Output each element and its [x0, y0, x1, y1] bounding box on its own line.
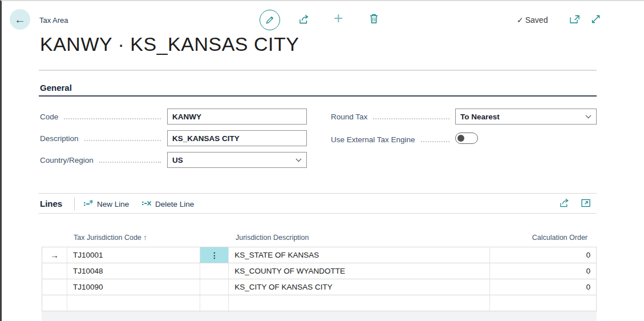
- cell-tax-jurisdiction-code[interactable]: [67, 295, 201, 311]
- cell-tax-jurisdiction-code[interactable]: TJ10048: [67, 263, 201, 279]
- description-label: Description: [40, 134, 79, 143]
- toggle-knob: [457, 135, 464, 142]
- lines-section-heading[interactable]: Lines: [40, 199, 62, 208]
- round-tax-select[interactable]: To Nearest: [455, 109, 597, 125]
- cell-jurisdiction-description[interactable]: KS_STATE OF KANSAS: [229, 247, 490, 263]
- lines-table: → TJ10001 ⋮ KS_STATE OF KANSAS 0 TJ10048…: [42, 247, 597, 311]
- arrow-right-icon: →: [50, 250, 59, 260]
- cell-calculation-order[interactable]: 0: [490, 279, 596, 295]
- description-field-label-row: Description: [40, 130, 163, 146]
- column-header-tax-jurisdiction-code[interactable]: Tax Jurisdiction Code ↑: [74, 234, 147, 242]
- chevron-down-icon: [585, 115, 592, 119]
- country-region-label: Country/Region: [40, 156, 94, 164]
- row-indicator-cell: [42, 263, 67, 279]
- trash-icon: [370, 14, 378, 23]
- column-header-calculation-order[interactable]: Calculation Order: [491, 234, 588, 242]
- row-options-button[interactable]: ⋮: [200, 247, 229, 263]
- general-section-underline: [39, 95, 597, 97]
- general-section-heading[interactable]: General: [40, 83, 72, 93]
- add-button[interactable]: +: [334, 10, 343, 26]
- page-caption: Tax Area: [39, 16, 68, 25]
- saved-indicator: ✓ Saved: [517, 15, 548, 25]
- round-tax-field-label-row: Round Tax: [331, 109, 452, 125]
- cell-jurisdiction-description[interactable]: KS_CITY OF KANSAS CITY: [229, 279, 490, 295]
- use-external-tax-engine-label: Use External Tax Engine: [331, 135, 415, 144]
- new-line-label: New Line: [97, 200, 129, 208]
- row-indicator-cell: [42, 279, 67, 295]
- row-indicator-cell: [42, 295, 67, 311]
- open-in-window-button[interactable]: [570, 15, 580, 23]
- row-options-cell[interactable]: [200, 279, 229, 295]
- cell-tax-jurisdiction-code[interactable]: TJ10090: [67, 279, 201, 295]
- tax-area-page: ← Tax Area + ✓ Saved KANWY · KS_KANSAS C…: [0, 0, 644, 321]
- country-field-label-row: Country/Region: [40, 152, 163, 168]
- saved-label: Saved: [525, 15, 548, 25]
- use-external-tax-engine-toggle[interactable]: [455, 133, 478, 144]
- open-in-window-icon: [570, 15, 580, 23]
- share-icon: [559, 198, 570, 208]
- dotted-leader: [84, 140, 161, 141]
- table-row[interactable]: TJ10090 KS_CITY OF KANSAS CITY 0: [42, 279, 596, 295]
- dotted-leader: [99, 162, 161, 163]
- row-options-cell[interactable]: [200, 263, 229, 279]
- back-arrow-icon: ←: [14, 13, 26, 26]
- code-input[interactable]: KANWY: [167, 109, 307, 125]
- active-row-indicator: →: [42, 247, 67, 263]
- ellipsis-icon: ⋮: [210, 251, 218, 260]
- delete-line-label: Delete Line: [155, 200, 194, 208]
- code-label: Code: [40, 113, 58, 121]
- delete-line-button[interactable]: Delete Line: [141, 198, 194, 210]
- round-tax-label: Round Tax: [331, 113, 367, 121]
- check-icon: ✓: [517, 15, 524, 25]
- dotted-leader: [64, 118, 161, 119]
- share-button[interactable]: [298, 14, 310, 25]
- share-icon: [298, 14, 310, 25]
- lines-toolbar-divider: [74, 198, 75, 210]
- row-options-cell[interactable]: [200, 295, 229, 311]
- page-title: KANWY · KS_KANSAS CITY: [40, 33, 299, 55]
- table-row-empty[interactable]: [42, 295, 596, 311]
- plus-icon: +: [334, 10, 343, 26]
- country-region-value: US: [172, 156, 183, 164]
- description-value: KS_KANSAS CITY: [172, 134, 240, 143]
- title-divider: [39, 70, 597, 71]
- edit-button[interactable]: [260, 10, 280, 30]
- focus-mode-button[interactable]: [581, 199, 590, 207]
- round-tax-value: To Nearest: [460, 113, 500, 121]
- new-line-button[interactable]: New Line: [83, 198, 129, 210]
- description-input[interactable]: KS_KANSAS CITY: [167, 130, 307, 146]
- cell-calculation-order[interactable]: 0: [490, 263, 596, 279]
- lines-top-divider: [39, 193, 597, 194]
- cell-calculation-order[interactable]: [490, 295, 596, 311]
- lines-bottom-divider: [39, 213, 597, 214]
- delete-button[interactable]: [370, 14, 378, 23]
- column-header-jurisdiction-description[interactable]: Jurisdiction Description: [236, 234, 309, 242]
- sort-ascending-icon: ↑: [143, 234, 147, 242]
- share-lines-button[interactable]: [559, 198, 570, 208]
- focus-mode-icon: [581, 199, 590, 207]
- expand-page-button[interactable]: [592, 15, 600, 23]
- pencil-icon: [265, 15, 274, 25]
- chevron-down-icon: [295, 158, 302, 162]
- code-field-label-row: Code: [40, 109, 163, 125]
- dotted-leader: [373, 118, 449, 119]
- delete-line-icon: [141, 199, 152, 208]
- cell-calculation-order[interactable]: 0: [490, 247, 596, 263]
- new-line-icon: [83, 199, 94, 208]
- cell-tax-jurisdiction-code[interactable]: TJ10001: [67, 247, 201, 263]
- country-region-select[interactable]: US: [167, 152, 307, 168]
- dotted-leader: [421, 141, 449, 142]
- cell-jurisdiction-description[interactable]: [229, 295, 490, 311]
- external-engine-field-label-row: Use External Tax Engine: [331, 131, 452, 147]
- table-footer-area: [42, 311, 597, 321]
- code-value: KANWY: [172, 113, 201, 121]
- resize-diagonal-icon: [592, 15, 600, 23]
- cell-jurisdiction-description[interactable]: KS_COUNTY OF WYANDOTTE: [229, 263, 490, 279]
- table-row[interactable]: TJ10048 KS_COUNTY OF WYANDOTTE 0: [42, 263, 596, 279]
- back-button[interactable]: ←: [10, 9, 30, 30]
- table-row[interactable]: → TJ10001 ⋮ KS_STATE OF KANSAS 0: [42, 247, 596, 263]
